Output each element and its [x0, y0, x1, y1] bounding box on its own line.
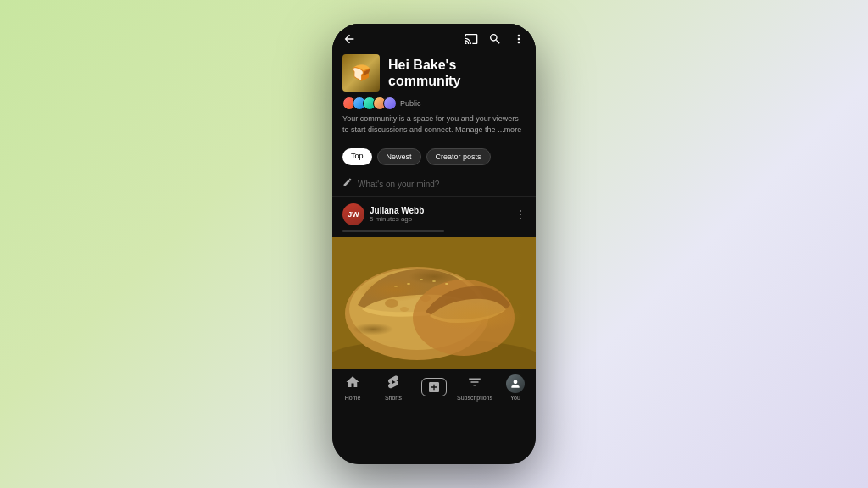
phone-frame: 🍞 Hei Bake's community Public Your commu…	[332, 24, 536, 464]
channel-info: 🍞 Hei Bake's community	[342, 54, 526, 92]
channel-name-block: Hei Bake's community	[388, 57, 460, 89]
post-image	[332, 237, 536, 369]
post-author-info: JW Juliana Webb 5 minutes ago	[342, 203, 424, 225]
more-vert-icon[interactable]	[512, 32, 526, 46]
author-avatar: JW	[342, 203, 364, 225]
profile-icon	[506, 374, 525, 393]
member-avatars-row: Public	[342, 97, 526, 110]
subscriptions-icon	[467, 374, 482, 393]
nav-label-home: Home	[345, 395, 361, 401]
bottom-nav: Home Shorts	[332, 369, 536, 409]
post-input-row: What's on your mind?	[332, 172, 536, 197]
post-timestamp: 5 minutes ago	[370, 215, 424, 223]
phone-screen: 🍞 Hei Bake's community Public Your commu…	[332, 24, 536, 464]
nav-item-home[interactable]: Home	[332, 374, 373, 401]
nav-item-shorts[interactable]: Shorts	[373, 374, 414, 401]
visibility-label: Public	[400, 99, 421, 108]
bread-texture-overlay	[332, 237, 536, 369]
post-input[interactable]: What's on your mind?	[358, 180, 439, 189]
nav-label-subscriptions: Subscriptions	[457, 395, 492, 401]
shorts-icon	[386, 374, 401, 393]
search-icon[interactable]	[488, 32, 502, 46]
channel-name: Hei Bake's	[388, 57, 460, 73]
tab-newest[interactable]: Newest	[377, 148, 421, 165]
author-name: Juliana Webb	[370, 206, 424, 215]
nav-label-shorts: Shorts	[385, 395, 402, 401]
nav-item-you[interactable]: You	[495, 374, 536, 401]
back-button[interactable]	[342, 32, 356, 46]
channel-avatar: 🍞	[342, 54, 380, 92]
post-header: JW Juliana Webb 5 minutes ago ⋮	[342, 203, 526, 225]
channel-avatar-image: 🍞	[342, 54, 380, 92]
edit-icon	[342, 177, 353, 191]
add-icon[interactable]	[421, 378, 447, 396]
post-menu-button[interactable]: ⋮	[515, 208, 526, 221]
post-text-placeholder	[342, 230, 444, 232]
cast-icon[interactable]	[465, 32, 478, 46]
nav-item-subscriptions[interactable]: Subscriptions	[454, 374, 495, 401]
home-icon	[345, 374, 360, 393]
nav-label-you: You	[510, 395, 520, 401]
top-bar	[332, 24, 536, 51]
channel-header: 🍞 Hei Bake's community Public Your commu…	[332, 51, 536, 148]
tab-creator-posts[interactable]: Creator posts	[426, 148, 491, 165]
more-link[interactable]: ...more	[498, 125, 521, 134]
channel-name-line2: community	[388, 73, 460, 89]
channel-description: Your community is a space for you and yo…	[342, 114, 526, 135]
tab-top[interactable]: Top	[342, 148, 372, 165]
author-meta: Juliana Webb 5 minutes ago	[370, 206, 424, 223]
post-card: JW Juliana Webb 5 minutes ago ⋮	[332, 197, 536, 237]
author-avatar-image: JW	[342, 203, 364, 225]
nav-item-add[interactable]	[414, 378, 454, 398]
tabs-row: Top Newest Creator posts	[332, 148, 536, 172]
member-avatar-5	[383, 97, 397, 110]
top-bar-right	[465, 32, 526, 46]
top-bar-left	[342, 32, 356, 46]
